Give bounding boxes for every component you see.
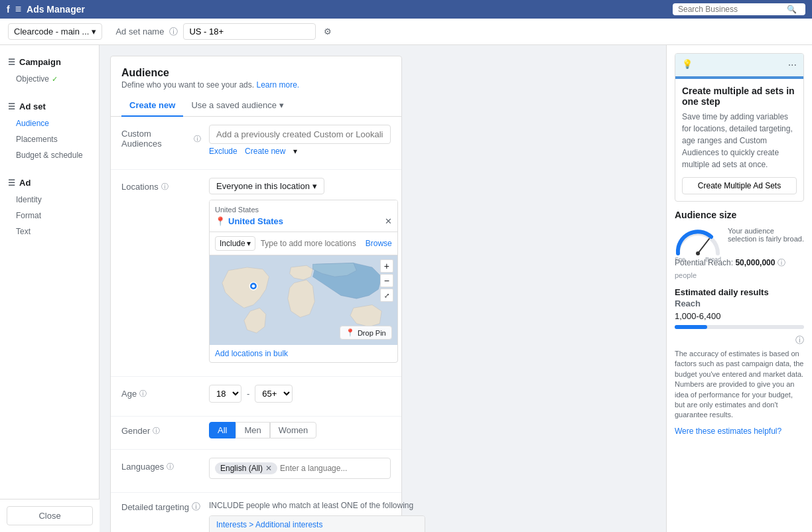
- learn-more-link[interactable]: Learn more.: [256, 80, 299, 90]
- language-tag-english: English (All) ✕: [215, 462, 277, 474]
- drop-pin-label[interactable]: 📍 Drop Pin: [340, 326, 392, 340]
- gauge-graphic: Spe Broad: [675, 227, 721, 253]
- browse-locations-button[interactable]: Browse: [366, 239, 392, 248]
- map-fullscreen-button[interactable]: ⤢: [380, 289, 393, 302]
- dt-description: INCLUDE people who match at least ONE of…: [209, 501, 425, 510]
- gauge-narrow-label: Spe: [675, 256, 685, 263]
- custom-audiences-input[interactable]: [209, 125, 391, 144]
- audience-tabs: Create new Use a saved audience ▾: [111, 95, 401, 117]
- language-input[interactable]: [280, 464, 385, 473]
- drop-pin-text: Drop Pin: [358, 329, 386, 337]
- create-new-link[interactable]: Create new: [245, 147, 285, 156]
- sidebar-item-objective[interactable]: Objective ✓: [0, 71, 99, 87]
- rp-card-title: Create multiple ad sets in one step: [682, 86, 797, 107]
- location-type-dropdown[interactable]: Everyone in this location ▾: [209, 178, 324, 194]
- rp-card-more-icon[interactable]: ···: [788, 59, 797, 71]
- potential-reach-value: 50,000,000: [735, 258, 775, 267]
- search-input[interactable]: [678, 5, 784, 14]
- gear-icon[interactable]: ⚙: [324, 27, 332, 36]
- audience-panel: Audience Define who you want to see your…: [110, 56, 402, 532]
- reach-bar-fill: [675, 325, 707, 329]
- locations-section: Locations ⓘ Everyone in this location ▾ …: [111, 170, 401, 377]
- audience-title: Audience: [121, 67, 391, 79]
- rp-card-body: Create multiple ad sets in one step Save…: [675, 79, 803, 201]
- gender-label: Gender ⓘ: [121, 422, 201, 436]
- include-select[interactable]: Include ▾: [215, 236, 255, 251]
- chevron-down-icon: ▾: [92, 27, 96, 36]
- detailed-targeting-header: Detailed targeting ⓘ INCLUDE people who …: [121, 501, 391, 532]
- sidebar-item-audience[interactable]: Audience: [0, 115, 99, 131]
- custom-audiences-control: Exclude Create new ▾: [209, 125, 391, 156]
- country-header: United States: [215, 206, 392, 214]
- create-multiple-ad-sets-button[interactable]: Create Multiple Ad Sets: [682, 177, 797, 194]
- accountbar: Clearcode - main ... ▾ Ad set name ⓘ ⚙: [0, 19, 812, 45]
- locations-label: Locations ⓘ: [121, 178, 201, 192]
- sidebar-budget-label: Budget & schedule: [16, 151, 83, 160]
- close-button[interactable]: Close: [7, 506, 93, 525]
- location-remove-icon[interactable]: ✕: [385, 216, 392, 226]
- ad-icon: ☰: [8, 178, 15, 188]
- sidebar-adset-section: ☰ Ad set Audience Placements Budget & sc…: [0, 98, 99, 163]
- ad-set-name-input[interactable]: [183, 23, 316, 40]
- ad-set-name-info-icon: ⓘ: [169, 26, 178, 38]
- sidebar-item-budget[interactable]: Budget & schedule: [0, 147, 99, 163]
- languages-info-icon: ⓘ: [167, 462, 174, 472]
- menu-icon[interactable]: ≡: [15, 3, 21, 15]
- gender-women-button[interactable]: Women: [270, 422, 317, 438]
- account-selector[interactable]: Clearcode - main ... ▾: [8, 23, 102, 40]
- gender-men-button[interactable]: Men: [236, 422, 269, 438]
- audience-header: Audience Define who you want to see your…: [111, 56, 401, 95]
- audience-size-section: Audience size Spe Broad: [675, 210, 804, 279]
- gender-buttons: All Men Women: [209, 422, 391, 438]
- check-icon: ✓: [52, 75, 58, 84]
- map-controls: + − ⤢: [380, 259, 393, 302]
- location-pin-icon: 📍: [215, 216, 226, 226]
- location-name: United States: [228, 216, 283, 226]
- topbar-left: f ≡ Ads Manager: [7, 3, 85, 15]
- sidebar-item-text[interactable]: Text: [0, 224, 99, 239]
- main-layout: ☰ Campaign Objective ✓ ☰ Ad set Audience…: [0, 45, 812, 532]
- add-locations-bulk-link[interactable]: Add locations in bulk: [210, 345, 397, 362]
- tab-saved-audience[interactable]: Use a saved audience ▾: [183, 95, 292, 117]
- search-box[interactable]: 🔍: [673, 3, 805, 15]
- sidebar-adset-label: Ad set: [19, 101, 46, 111]
- location-tag: 📍 United States ✕: [215, 216, 392, 226]
- language-tag-container[interactable]: English (All) ✕: [209, 458, 391, 479]
- sidebar-placements-label: Placements: [16, 135, 58, 144]
- main-content: Audience Define who you want to see your…: [100, 45, 666, 532]
- age-min-select[interactable]: 18: [209, 385, 241, 403]
- audience-size-description: Your audience selection is fairly broad.: [728, 227, 804, 243]
- estimates-helpful-link[interactable]: Were these estimates helpful?: [675, 427, 781, 436]
- location-type-label: Everyone in this location: [216, 181, 310, 191]
- location-search-input[interactable]: [261, 239, 360, 248]
- custom-audiences-label: Custom Audiences ⓘ: [121, 125, 201, 149]
- sidebar-item-format[interactable]: Format: [0, 208, 99, 224]
- age-max-select[interactable]: 65+: [255, 385, 293, 403]
- locations-info-icon: ⓘ: [161, 182, 169, 192]
- locations-control: Everyone in this location ▾ United State…: [209, 178, 398, 363]
- estimated-reach-label: Reach: [675, 299, 804, 308]
- age-section: Age ⓘ 18 - 65+: [111, 377, 401, 417]
- sidebar-item-identity[interactable]: Identity: [0, 192, 99, 208]
- sidebar-campaign-section: ☰ Campaign Objective ✓: [0, 53, 99, 87]
- location-selected: United States 📍 United States ✕: [210, 200, 397, 232]
- sidebar-item-placements[interactable]: Placements: [0, 131, 99, 147]
- languages-section: Languages ⓘ English (All) ✕: [111, 450, 401, 493]
- sidebar-campaign-label: Campaign: [19, 57, 61, 67]
- languages-control: English (All) ✕: [209, 458, 391, 479]
- include-label: Include: [220, 239, 245, 248]
- gender-all-button[interactable]: All: [209, 422, 236, 438]
- exclude-link[interactable]: Exclude: [209, 147, 237, 156]
- sidebar-objective-label: Objective: [16, 74, 49, 84]
- tab-create-new[interactable]: Create new: [121, 95, 183, 117]
- map-zoom-in-button[interactable]: +: [380, 259, 393, 273]
- svg-point-4: [696, 251, 700, 255]
- estimated-reach-value: 1,000-6,400: [675, 311, 804, 321]
- detailed-targeting-content: INCLUDE people who match at least ONE of…: [209, 501, 425, 532]
- svg-line-3: [698, 239, 709, 253]
- map-zoom-out-button[interactable]: −: [380, 274, 393, 287]
- language-remove-button[interactable]: ✕: [265, 464, 272, 473]
- topbar-title: Ads Manager: [27, 4, 85, 15]
- estimated-note: The accuracy of estimates is based on fa…: [675, 349, 804, 421]
- chevron-down-icon: ▾: [312, 181, 317, 191]
